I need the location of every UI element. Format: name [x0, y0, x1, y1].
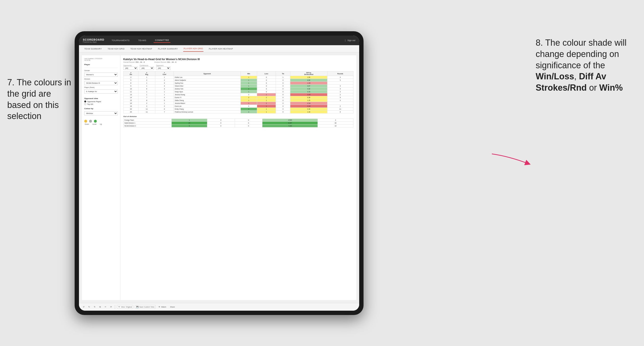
td-loss: 0: [257, 76, 276, 79]
th-rounds: Rounds: [327, 71, 353, 76]
td-tie: 0: [276, 85, 290, 88]
td-rounds: 2: [327, 93, 353, 96]
td-reg: 1: [138, 93, 155, 96]
td-loss: 0: [257, 85, 276, 88]
td-rounds: 3: [327, 79, 353, 82]
td-win: 1: [240, 90, 257, 93]
td-win: 0: [240, 93, 257, 96]
table-row: 20 11 6 Emily Chang 4 1 0 0.30 11: [124, 108, 354, 111]
td-opponent: Stella Cheng: [174, 99, 241, 102]
view-original-button[interactable]: 👁 View: Original: [117, 305, 133, 309]
td-loss: 0: [257, 90, 276, 93]
td-rounds: 11: [327, 108, 353, 111]
nav-team-h2h-grid[interactable]: TEAM H2H GRID: [107, 46, 125, 51]
nav-teams[interactable]: TEAMS: [137, 38, 148, 42]
nav-player-h2h-heatmap[interactable]: PLAYER H2H HEATMAP: [208, 46, 234, 51]
opponents-select[interactable]: (All): [123, 67, 138, 70]
conference-select[interactable]: (All): [140, 67, 154, 70]
refresh-button[interactable]: ⟳: [109, 305, 113, 309]
colour-by-select[interactable]: Win/loss: [84, 111, 118, 115]
nav-team-summary[interactable]: TEAM SUMMARY: [84, 46, 102, 51]
td-conf: 1: [155, 90, 174, 93]
nav-team-h2h-heatmap[interactable]: TEAM H2H HEATMAP: [130, 46, 153, 51]
td-conf: 2: [155, 105, 174, 108]
td-div: 6: [124, 82, 138, 85]
td-rounds: [327, 82, 353, 85]
cut-button[interactable]: ✂: [104, 305, 107, 309]
player-rank-select[interactable]: 8. Katelyn Vo: [84, 89, 118, 94]
td-loss: 1: [257, 111, 276, 114]
top-nav: SCOREBOARD Powered by clippd TOURNAMENTS…: [79, 36, 359, 45]
td-diff: 1.50: [290, 76, 327, 79]
share-button[interactable]: Share: [169, 305, 176, 309]
td-loss: 2: [257, 96, 276, 99]
td-opponent: Sydney Kuo: [174, 82, 241, 85]
td-loss: 2: [257, 102, 276, 105]
td-opponent: Foreign Team: [124, 119, 172, 122]
td-rounds: 4: [327, 76, 353, 79]
td-diff: 1.33: [290, 111, 327, 114]
td-reg: 1: [138, 90, 155, 93]
logo-sub: Powered by clippd: [83, 41, 104, 43]
main-content: Last Updated: 27/03/2024 16:55:38 Player…: [79, 52, 359, 303]
table-row: Foreign Team 1 0 0 4.500 2: [124, 119, 354, 122]
division-select[interactable]: NCAA Division III: [84, 81, 118, 85]
nav-committee[interactable]: COMMITTEE: [154, 38, 171, 43]
td-reg: 1: [138, 76, 155, 79]
watch-button[interactable]: 👁 Watch: [158, 305, 167, 309]
radio-top100[interactable]: Top 100: [84, 103, 118, 105]
td-opponent: Emily Chang: [174, 108, 241, 111]
tablet-device: SCOREBOARD Powered by clippd TOURNAMENTS…: [75, 31, 364, 315]
nav-tournaments[interactable]: TOURNAMENTS: [110, 38, 131, 42]
sign-out-button[interactable]: Sign out: [348, 39, 355, 42]
td-win: 1: [240, 99, 257, 102]
td-rounds: 2: [318, 119, 354, 122]
overall-record: Overall Record: 353 - 34 - 6: [123, 61, 145, 63]
gender-label: Gender: [84, 70, 118, 71]
td-tie: 0: [276, 111, 290, 114]
td-tie: 0: [276, 108, 290, 111]
td-win: 1: [240, 76, 257, 79]
td-conf: 4: [155, 96, 174, 99]
table-row: 10 6 3 Andrea York 2 0 0 4.00 4: [124, 88, 354, 90]
td-conf: 5: [155, 99, 174, 102]
redo-button[interactable]: ↻: [88, 305, 91, 309]
view-icon: 👁: [118, 306, 120, 308]
td-tie: 0: [235, 119, 262, 122]
td-reg: 11: [138, 108, 155, 111]
td-win: 1: [240, 102, 257, 105]
nav-player-summary[interactable]: PLAYER SUMMARY: [158, 46, 178, 51]
td-rounds: 3: [327, 90, 353, 93]
td-div: 5: [124, 79, 138, 82]
td-div: 18: [124, 105, 138, 108]
td-diff: 3.33: [290, 90, 327, 93]
td-tie: 0: [276, 102, 290, 105]
undo-button[interactable]: ↺: [82, 305, 86, 309]
save-custom-button[interactable]: 💾 Save Custom View: [135, 305, 156, 309]
td-opponent: Eunice Yi: [174, 96, 241, 99]
nav-player-h2h-grid[interactable]: PLAYER H2H GRID: [183, 46, 204, 52]
td-conf: 2: [155, 79, 174, 82]
legend-labels: Down Level Up: [84, 123, 118, 125]
td-diff: 0.30: [290, 108, 327, 111]
top-nav-left: SCOREBOARD Powered by clippd TOURNAMENTS…: [83, 38, 170, 43]
gender-select[interactable]: Women's: [84, 73, 118, 77]
table-row: 18 2 2 Euna Lee 0 1 0 -5.00 2: [124, 105, 354, 108]
legend-level: Level: [92, 123, 96, 125]
sidebar: Last Updated: 27/03/2024 16:55:38 Player…: [82, 55, 120, 300]
td-win: 4: [240, 108, 257, 111]
td-opponent: Federica Domecq Lacroze: [174, 111, 241, 114]
th-conf: #Conf: [155, 71, 174, 76]
opponent-select[interactable]: (All): [156, 67, 170, 70]
content-title: Katelyn Vo Head-to-Head Grid for Women's…: [123, 58, 354, 61]
annotation-right-text1: 8. The colour shade will change dependin…: [536, 38, 627, 70]
radio-opponents-played[interactable]: Opponents Played: [84, 101, 118, 102]
td-opponent: Euna Lee: [174, 105, 241, 108]
td-reg: 2: [138, 102, 155, 105]
td-div: 15: [124, 99, 138, 102]
redo2-button[interactable]: ↻: [93, 305, 96, 309]
td-opponent: Jessica Mason: [174, 102, 241, 105]
save-icon: 💾: [136, 306, 138, 308]
watch-icon: 👁: [158, 306, 160, 308]
copy-button[interactable]: ⧉: [98, 305, 102, 309]
